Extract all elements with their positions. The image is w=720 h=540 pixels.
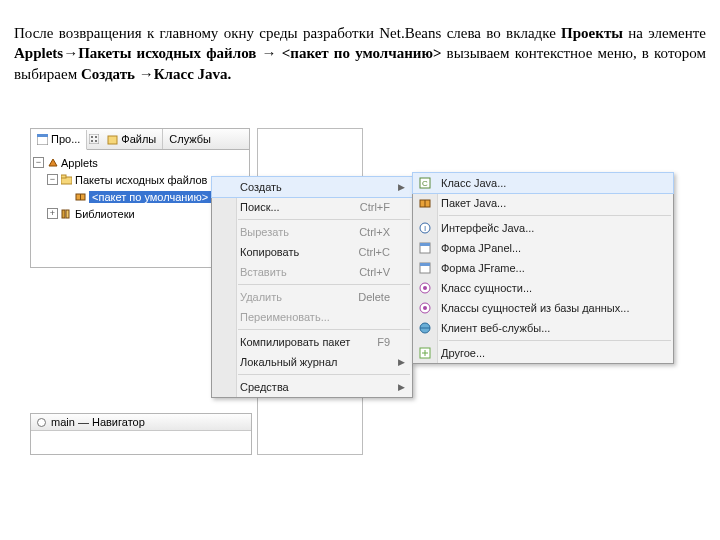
menu-item-compile-label: Компилировать пакет <box>240 336 350 348</box>
tree-root[interactable]: − Applets <box>33 154 247 171</box>
shortcut-label: Ctrl+X <box>359 226 390 238</box>
menu-item-find[interactable]: Поиск...Ctrl+F <box>212 197 412 217</box>
shortcut-label: Ctrl+V <box>359 266 390 278</box>
instruction-paragraph: После возвращения к главному окну среды … <box>14 23 706 84</box>
menu-item-paste-label: Вставить <box>240 266 287 278</box>
submenu-item-jintf[interactable]: IИнтерфейс Java... <box>413 218 673 238</box>
menu-separator <box>238 284 410 285</box>
svg-rect-10 <box>61 175 66 178</box>
submenu-item-other-label: Другое... <box>441 347 485 359</box>
menu-item-create[interactable]: Создать▶ <box>212 177 412 197</box>
tab-projects[interactable]: Про... <box>31 130 87 150</box>
tab-services-label: Службы <box>169 133 211 145</box>
ide-screenshot: Про... Файлы Службы − Applets <box>30 128 690 528</box>
menu-item-copy[interactable]: КопироватьCtrl+C <box>212 242 412 262</box>
submenu-item-entity-label: Класс сущности... <box>441 282 532 294</box>
tab-dropdown-icon[interactable] <box>87 134 101 144</box>
navigator-title: main — Навигатор <box>51 416 145 428</box>
context-menu: Создать▶Поиск...Ctrl+FВырезатьCtrl+XКопи… <box>211 176 413 398</box>
submenu-arrow-icon: ▶ <box>398 382 405 392</box>
frm-icon <box>418 241 432 255</box>
submenu-item-jpanel-label: Форма JPanel... <box>441 242 521 254</box>
tab-files[interactable]: Файлы <box>101 129 163 149</box>
menu-item-find-label: Поиск... <box>240 201 280 213</box>
svg-point-27 <box>423 286 427 290</box>
expand-icon[interactable]: + <box>47 208 58 219</box>
menu-item-journal-label: Локальный журнал <box>240 356 337 368</box>
svg-rect-5 <box>91 140 93 142</box>
svg-text:I: I <box>424 224 426 233</box>
submenu-item-jpkg-label: Пакет Java... <box>441 197 506 209</box>
navigator-icon <box>36 417 47 428</box>
menu-separator <box>238 374 410 375</box>
submenu-item-jframe[interactable]: Форма JFrame... <box>413 258 673 278</box>
collapse-icon[interactable]: − <box>47 174 58 185</box>
menu-item-cut[interactable]: ВырезатьCtrl+X <box>212 222 412 242</box>
ent-icon <box>418 281 432 295</box>
navigator-panel: main — Навигатор <box>30 413 252 455</box>
submenu-item-wsclient-label: Клиент веб-службы... <box>441 322 550 334</box>
frm-icon <box>418 261 432 275</box>
files-icon <box>107 134 118 145</box>
menu-item-create-label: Создать <box>240 181 282 193</box>
menu-item-cut-label: Вырезать <box>240 226 289 238</box>
navigator-header: main — Навигатор <box>31 414 251 431</box>
svg-rect-1 <box>37 134 48 137</box>
window-icon <box>37 134 48 145</box>
svg-point-15 <box>38 418 46 426</box>
tab-files-label: Файлы <box>121 133 156 145</box>
menu-item-delete[interactable]: УдалитьDelete <box>212 287 412 307</box>
submenu-item-entity[interactable]: Класс сущности... <box>413 278 673 298</box>
menu-item-compile[interactable]: Компилировать пакетF9 <box>212 332 412 352</box>
tab-projects-label: Про... <box>51 133 80 145</box>
tab-services[interactable]: Службы <box>163 129 217 149</box>
svg-rect-23 <box>420 243 430 246</box>
submenu-item-wsclient[interactable]: Клиент веб-службы... <box>413 318 673 338</box>
tree-default-package-label: <пакет по умолчанию> <box>89 191 211 203</box>
pkg-icon <box>418 196 432 210</box>
menu-item-paste[interactable]: ВставитьCtrl+V <box>212 262 412 282</box>
shortcut-label: Ctrl+F <box>360 201 390 213</box>
collapse-icon[interactable]: − <box>33 157 44 168</box>
oth-icon <box>418 346 432 360</box>
menu-separator <box>439 215 671 216</box>
svg-rect-14 <box>66 210 69 218</box>
submenu-item-jpkg[interactable]: Пакет Java... <box>413 193 673 213</box>
shortcut-label: Delete <box>358 291 390 303</box>
menu-item-delete-label: Удалить <box>240 291 282 303</box>
submenu-item-jclass-label: Класс Java... <box>441 177 506 189</box>
menu-item-journal[interactable]: Локальный журнал▶ <box>212 352 412 372</box>
cls-icon: C <box>418 176 432 190</box>
submenu-item-jpanel[interactable]: Форма JPanel... <box>413 238 673 258</box>
menu-item-rename-label: Переименовать... <box>240 311 330 323</box>
submenu-arrow-icon: ▶ <box>398 182 405 192</box>
intf-icon: I <box>418 221 432 235</box>
shortcut-label: Ctrl+C <box>359 246 390 258</box>
svg-point-29 <box>423 306 427 310</box>
menu-separator <box>439 340 671 341</box>
package-icon <box>75 191 86 202</box>
menu-separator <box>238 219 410 220</box>
menu-item-tools[interactable]: Средства▶ <box>212 377 412 397</box>
submenu-item-other[interactable]: Другое... <box>413 343 673 363</box>
submenu-item-jframe-label: Форма JFrame... <box>441 262 525 274</box>
menu-separator <box>238 329 410 330</box>
menu-item-copy-label: Копировать <box>240 246 299 258</box>
submenu-arrow-icon: ▶ <box>398 357 405 367</box>
svg-marker-8 <box>49 159 57 166</box>
ws-icon <box>418 321 432 335</box>
svg-rect-25 <box>420 263 430 266</box>
libraries-icon <box>61 208 72 219</box>
svg-rect-6 <box>95 140 97 142</box>
ent-icon <box>418 301 432 315</box>
project-icon <box>47 157 58 168</box>
context-submenu-new: CКласс Java...Пакет Java...IИнтерфейс Ja… <box>412 172 674 364</box>
projects-tabs: Про... Файлы Службы <box>30 128 250 150</box>
svg-rect-4 <box>95 136 97 138</box>
source-folder-icon <box>61 174 72 185</box>
submenu-item-entdb[interactable]: Классы сущностей из базы данных... <box>413 298 673 318</box>
svg-rect-13 <box>62 210 65 218</box>
menu-item-tools-label: Средства <box>240 381 289 393</box>
menu-item-rename[interactable]: Переименовать... <box>212 307 412 327</box>
submenu-item-jclass[interactable]: CКласс Java... <box>413 173 673 193</box>
